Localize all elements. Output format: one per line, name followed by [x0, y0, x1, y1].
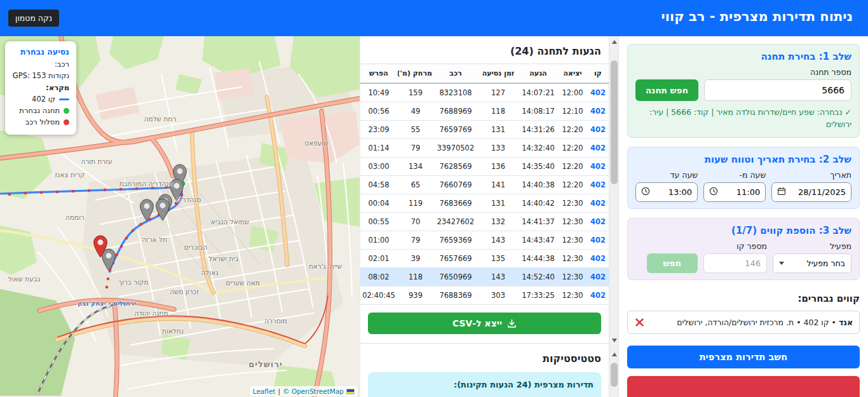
arrival-cell: 14:32:40 — [519, 139, 558, 158]
arrival-cell: 14:43:47 — [519, 231, 558, 250]
arrival-cell: 12:00 — [558, 83, 587, 102]
statistics-title: סטטיסטיקות — [360, 344, 609, 371]
scroll-up-arrow-icon[interactable] — [612, 353, 617, 356]
line-number-link[interactable]: 402 — [587, 194, 609, 213]
map-attribution: Leaflet | © OpenStreetMap — [250, 386, 358, 396]
arrival-row[interactable]: 40212:1014:08:1711876889694900:56 — [360, 102, 609, 121]
osm-link[interactable]: © OpenStreetMap — [283, 387, 344, 395]
arrival-cell: 12:30 — [558, 268, 587, 286]
arrival-cell: 12:30 — [558, 250, 587, 268]
scroll-up-arrow-icon[interactable] — [612, 40, 617, 44]
vehicle-label: רכב: — [12, 60, 69, 69]
ukraine-flag-icon — [346, 389, 355, 394]
station-number-input[interactable] — [704, 79, 851, 101]
search-station-button[interactable]: חפש תחנה — [635, 79, 698, 101]
leaflet-link[interactable]: Leaflet — [253, 387, 276, 395]
arrival-cell: 7688369 — [433, 286, 478, 305]
from-hour-input[interactable]: 11:00 — [703, 182, 766, 202]
attribution-separator: | — [278, 387, 281, 395]
to-hour-input[interactable]: 13:00 — [635, 182, 698, 202]
step1-card: שלב 1: בחירת תחנה מספר תחנה חפש תחנה ✓ נ… — [627, 44, 860, 138]
line-number-label: מספר קו — [703, 241, 767, 251]
arrival-cell: 17:33:25 — [519, 286, 558, 305]
arrival-row[interactable]: 40212:2014:31:2613176597695523:09 — [360, 121, 609, 139]
main-layout: שלב 1: בחירת תחנה מספר תחנה חפש תחנה ✓ נ… — [0, 36, 868, 397]
trip-info-panel: נסיעה נבחרת רכב: נקודות GPS: 153 מקרא: ק… — [5, 41, 76, 135]
legend-item-label: מסלול רכב — [25, 118, 60, 126]
from-hour-label: שעה מ- — [703, 170, 766, 180]
line-number-input[interactable] — [703, 253, 767, 273]
scrollbar-thumb[interactable] — [611, 60, 618, 184]
line-number-link[interactable]: 402 — [587, 83, 609, 102]
scroll-down-arrow-icon[interactable] — [612, 339, 617, 342]
line-number-link[interactable]: 402 — [587, 268, 609, 286]
arrival-row[interactable]: 40212:2014:32:40133339705027901:14 — [360, 139, 609, 158]
arrival-cell: 7628569 — [433, 158, 478, 176]
arrival-cell: 14:44:38 — [519, 250, 558, 268]
export-csv-button[interactable]: ייצא ל-CSV — [368, 313, 601, 334]
arrival-row[interactable]: 40212:0014:07:21127832310815910:49 — [360, 83, 609, 102]
arrival-row[interactable]: 40212:2014:35:40136762856913403:00 — [360, 158, 609, 176]
operator-select[interactable]: בחר מפעיל — [773, 253, 851, 273]
arrival-row[interactable]: 40212:2014:40:3814176607696504:58 — [360, 176, 609, 194]
arrival-cell: 118 — [478, 102, 519, 121]
step3-title: שלב 3: הוספת קווים (1/7) — [635, 225, 851, 236]
arrival-cell: 134 — [398, 158, 433, 176]
line-number-link[interactable]: 402 — [587, 158, 609, 176]
arrival-row[interactable]: 40212:3014:40:42131768366911900:04 — [360, 194, 609, 213]
arrival-cell: 118 — [398, 268, 433, 286]
calculate-frequency-button[interactable]: חשב תדירות מצרפית — [627, 346, 860, 368]
arrival-row[interactable]: 40212:3014:44:3813576576693902:01 — [360, 250, 609, 268]
arrival-cell: 131 — [478, 194, 519, 213]
arrival-cell: 303 — [478, 286, 519, 305]
line-number-link[interactable]: 402 — [587, 213, 609, 231]
arrival-row[interactable]: 40212:3014:43:4714376593697901:00 — [360, 231, 609, 250]
line-number-link[interactable]: 402 — [587, 176, 609, 194]
legend-item: מסלול רכב — [12, 118, 69, 126]
line-number-link[interactable]: 402 — [587, 139, 609, 158]
line-number-link[interactable]: 402 — [587, 102, 609, 121]
column-header: יציאה — [558, 64, 587, 84]
clear-cache-button[interactable]: נקה מטמון — [8, 10, 59, 27]
arrival-cell: 14:40:38 — [519, 176, 558, 194]
search-line-button[interactable]: חפש — [647, 253, 698, 273]
chevron-down-icon — [779, 262, 784, 265]
trip-info-title: נסיעה נבחרת — [12, 47, 69, 57]
arrival-cell: 7650969 — [433, 268, 478, 286]
date-value: 28/11/2025 — [798, 187, 846, 197]
arrival-cell: 7688969 — [433, 102, 478, 121]
scrollbar-thumb[interactable] — [611, 363, 618, 387]
arrival-cell: 02:40:45 — [360, 286, 398, 305]
step2-title: שלב 2: בחירת תאריך וטווח שעות — [635, 154, 851, 165]
arrival-cell: 7660769 — [433, 176, 478, 194]
date-input[interactable]: 28/11/2025 — [771, 182, 851, 202]
arrival-cell: 12:30 — [558, 231, 587, 250]
step1-title: שלב 1: בחירת תחנה — [635, 51, 851, 62]
arrival-row[interactable]: 40212:3014:52:40143765096911808:02 — [360, 268, 609, 286]
arrival-cell: 14:52:40 — [519, 268, 558, 286]
legend-key-label: מקרא: — [12, 83, 69, 92]
arrival-cell: 119 — [398, 194, 433, 213]
arrival-cell: 10:49 — [360, 83, 398, 102]
legend-item: קו 402 — [12, 95, 69, 104]
arrival-cell: 08:02 — [360, 268, 398, 286]
route-line-swatch-icon — [59, 98, 69, 100]
arrivals-title: הגעות לתחנה (24) — [360, 36, 609, 64]
line-number-link[interactable]: 402 — [587, 121, 609, 139]
column-header: הפרש — [360, 64, 398, 84]
arrival-cell: 12:20 — [558, 121, 587, 139]
arrival-cell: 143 — [478, 268, 519, 286]
arrivals-head-row: קויציאההגעהזמן נסיעהרכבמרחק (מ')הפרש — [360, 64, 609, 84]
remove-line-button[interactable] — [634, 318, 645, 326]
legend-item-label: קו 402 — [32, 95, 55, 104]
arrival-row[interactable]: 40212:3017:33:25303768836993902:40:45 — [360, 286, 609, 305]
line-number-link[interactable]: 402 — [587, 286, 609, 305]
map[interactable]: .pinhole { fill:#e9e9e9; stroke:none; } … — [0, 36, 360, 397]
column-header: קו — [587, 64, 609, 84]
panel-scrollbar[interactable] — [609, 36, 619, 397]
clear-all-button[interactable] — [627, 376, 860, 397]
line-number-link[interactable]: 402 — [587, 250, 609, 268]
station-selected-confirmation: ✓ נבחרה: שפע חיים/שדרות גולדה מאיר | קוד… — [635, 107, 851, 131]
line-number-link[interactable]: 402 — [587, 231, 609, 250]
arrival-row[interactable]: 40212:3014:41:37132234276027000:55 — [360, 213, 609, 231]
